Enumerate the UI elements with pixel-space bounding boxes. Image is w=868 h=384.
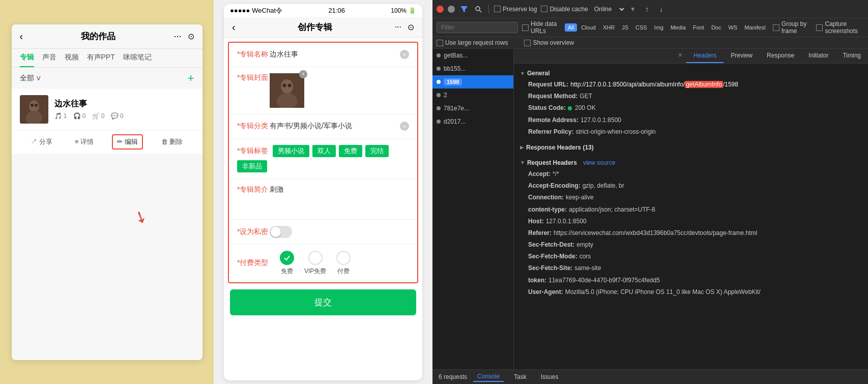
general-section-header[interactable]: General (520, 68, 862, 79)
footer-tab-issues[interactable]: Issues (537, 372, 563, 381)
req-dot (437, 106, 441, 110)
phone-nav-icons: ··· ⊙ (395, 22, 414, 32)
throttle-select[interactable]: Online Fast 3G Slow 3G Offline (592, 5, 626, 13)
url-highlight-part: getAlbumInfo (685, 81, 723, 88)
tag-notNew[interactable]: 非新品 (237, 160, 267, 172)
show-overview-option[interactable]: Show overview (524, 39, 574, 46)
filter-tab-font[interactable]: Font (690, 23, 707, 32)
tag-finished[interactable]: 完结 (365, 145, 389, 157)
category-clear[interactable]: × (400, 122, 409, 131)
filter-label[interactable]: 全部 ∨ (20, 74, 42, 83)
add-button[interactable]: + (188, 72, 194, 85)
payment-free[interactable]: 免费 (280, 251, 294, 276)
svg-line-11 (480, 10, 482, 12)
detail-tab-preview[interactable]: Preview (724, 49, 760, 63)
submit-button[interactable]: 提交 (230, 289, 416, 315)
phone-record-icon[interactable]: ⊙ (408, 22, 414, 32)
album-name-input[interactable] (270, 50, 400, 58)
disable-cache-option[interactable]: Disable cache (541, 6, 588, 13)
avatar (20, 95, 48, 124)
filter-tab-js[interactable]: JS (619, 23, 631, 32)
filter-tab-doc[interactable]: Doc (708, 23, 725, 32)
request-item-781e7e[interactable]: 781e7e... (432, 102, 513, 115)
tag-shuangren[interactable]: 双人 (312, 145, 336, 157)
tab-notes[interactable]: 咪嗦笔记 (123, 53, 152, 67)
tab-album[interactable]: 专辑 (20, 53, 34, 67)
record-button[interactable] (437, 6, 444, 13)
capture-screenshots-option[interactable]: Capture screenshots (816, 20, 864, 35)
more-icon[interactable]: ··· (173, 31, 181, 42)
request-item-bb155[interactable]: bb155... (432, 62, 513, 75)
large-rows-checkbox[interactable] (437, 40, 443, 46)
tab-sound[interactable]: 声音 (42, 53, 56, 67)
hide-data-urls-option[interactable]: Hide data URLs (522, 20, 561, 35)
phone-back-icon[interactable]: ‹ (232, 21, 236, 33)
filter-tab-xhr[interactable]: XHR (600, 23, 618, 32)
filter-tab-media[interactable]: Media (668, 23, 689, 32)
request-item-getBas[interactable]: getBas... (432, 49, 513, 62)
preserve-log-checkbox[interactable] (494, 6, 501, 12)
cover-thumbnail[interactable]: × (270, 73, 304, 108)
show-overview-checkbox[interactable] (524, 40, 531, 46)
large-rows-option[interactable]: Use large request rows (437, 39, 508, 46)
group-by-frame-option[interactable]: Group by frame (773, 20, 811, 35)
album-item-wrap: 边水往事 🎵 1 🎧 0 🛒 0 💬 0 ↗ 分享 ≡ 详情 ✏ 编辑 🗑 删除 (12, 89, 202, 154)
detail-tab-headers[interactable]: Headers (686, 49, 724, 63)
detail-tab-timing[interactable]: Timing (835, 49, 868, 63)
footer-tab-task[interactable]: Task (510, 372, 531, 381)
request-item-d2017[interactable]: d2017... (432, 115, 513, 128)
detail-tab-response[interactable]: Response (760, 49, 801, 63)
capture-screenshots-checkbox[interactable] (816, 24, 823, 31)
preserve-log-option[interactable]: Preserve log (494, 6, 537, 13)
detail-tab-close[interactable]: × (674, 49, 686, 63)
phone-nav-title: 创作专辑 (298, 21, 332, 33)
response-headers-header[interactable]: Response Headers (13) (520, 142, 862, 153)
filter-input[interactable] (437, 22, 518, 33)
req-header-token: token: 11ea7769-40de-4470-b9f7-0f975c4fe… (520, 275, 862, 286)
payment-vip[interactable]: VIP免费 (304, 251, 326, 276)
tab-ppt[interactable]: 有声PPT (87, 53, 115, 67)
payment-paid[interactable]: 付费 (336, 251, 351, 276)
request-headers-section: Request Headers view source Accept: */* … (514, 157, 868, 302)
request-headers-header[interactable]: Request Headers view source (520, 157, 862, 168)
rows-toolbar: Use large request rows Show overview (432, 37, 868, 49)
download-icon[interactable]: ↓ (656, 4, 667, 14)
req-dot (437, 80, 441, 84)
hide-data-urls-checkbox[interactable] (522, 24, 529, 31)
search-icon[interactable] (473, 4, 483, 14)
filter-tab-manifest[interactable]: Manifest (741, 23, 769, 32)
filter-tab-img[interactable]: Img (651, 23, 667, 32)
stop-button[interactable] (448, 6, 455, 13)
detail-button[interactable]: ≡ 详情 (71, 134, 98, 150)
disable-cache-checkbox[interactable] (541, 6, 547, 12)
filter-row: 全部 ∨ + (12, 68, 202, 89)
phone-more-icon[interactable]: ··· (395, 22, 401, 32)
req-dot (437, 93, 441, 97)
tag-nanpin[interactable]: 男频小说 (273, 145, 309, 157)
delete-button[interactable]: 🗑 删除 (157, 134, 187, 150)
edit-button[interactable]: ✏ 编辑 (112, 134, 143, 150)
share-button[interactable]: ↗ 分享 (26, 134, 56, 150)
group-by-frame-checkbox[interactable] (773, 24, 779, 31)
privacy-toggle[interactable] (270, 226, 292, 238)
filter-tab-cloud[interactable]: Cloud (578, 23, 599, 32)
tag-free[interactable]: 免费 (339, 145, 362, 157)
cover-close-icon[interactable]: × (299, 70, 307, 78)
request-method-key: Request Method: (528, 92, 577, 101)
upload-icon[interactable]: ↑ (642, 4, 652, 14)
req-name: bb155... (444, 65, 466, 72)
request-item-2[interactable]: 2 (432, 88, 513, 102)
tab-video[interactable]: 视频 (65, 53, 79, 67)
album-name-clear[interactable]: × (400, 50, 409, 59)
record-icon[interactable]: ⊙ (188, 32, 194, 41)
request-item-1598[interactable]: 1598 (432, 75, 513, 88)
view-source-link[interactable]: view source (583, 159, 615, 166)
footer-tab-console[interactable]: Console (473, 372, 504, 382)
filter-icon[interactable] (459, 4, 469, 14)
filter-tab-ws[interactable]: WS (725, 23, 740, 32)
filter-tab-css[interactable]: CSS (632, 23, 650, 32)
back-icon[interactable]: ‹ (20, 31, 23, 42)
detail-tab-initiator[interactable]: Initiator (801, 49, 835, 63)
status-row: 200 OK (568, 103, 596, 113)
filter-tab-all[interactable]: All (565, 23, 577, 32)
